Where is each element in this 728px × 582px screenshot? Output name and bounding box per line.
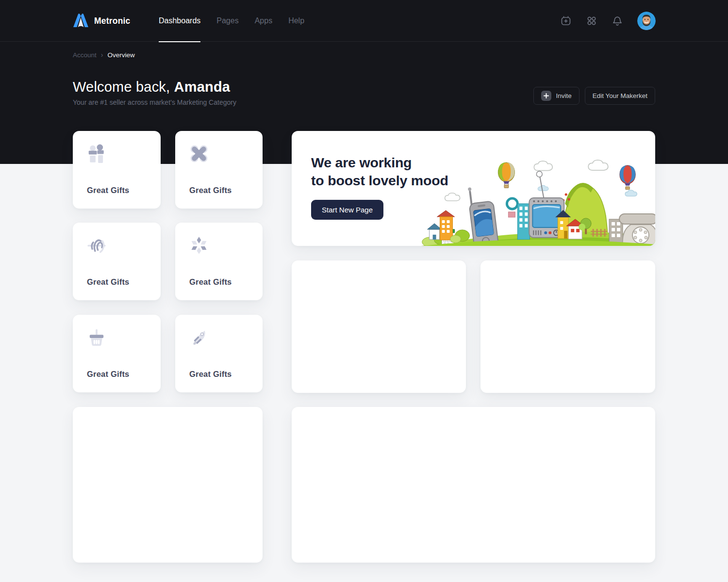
- chevron-right-icon: ›: [101, 51, 103, 59]
- invite-label: Invite: [556, 92, 571, 99]
- edit-market-button[interactable]: Edit Your Makerket: [585, 87, 655, 105]
- hero-title-line1: We are working: [311, 154, 448, 172]
- brand-name: Metronic: [94, 16, 131, 26]
- notifications-bell-icon[interactable]: [612, 15, 623, 27]
- empty-panel: [292, 260, 466, 393]
- gift-card[interactable]: Great Gifts: [73, 315, 161, 392]
- nav-item-dashboards[interactable]: Dashboards: [159, 0, 200, 42]
- user-avatar[interactable]: [637, 12, 656, 30]
- edit-market-label: Edit Your Makerket: [593, 92, 647, 99]
- gift-card[interactable]: Great Gifts: [73, 131, 161, 209]
- navbar-actions: [560, 0, 656, 42]
- hero-banner: We are working to boost lovely mood Star…: [292, 131, 655, 246]
- gift-card[interactable]: Great Gifts: [175, 131, 263, 209]
- gift-card-label: Great Gifts: [87, 186, 129, 195]
- basket-icon: [86, 327, 107, 348]
- apps-grid-icon[interactable]: [586, 15, 597, 27]
- dashboard-page: Metronic Dashboards Pages Apps Help: [0, 0, 728, 582]
- empty-panel: [480, 260, 655, 393]
- breadcrumb-account[interactable]: Account: [73, 51, 97, 59]
- gift-card[interactable]: Great Gifts: [175, 223, 263, 300]
- empty-panel: [73, 407, 263, 563]
- gift-card-label: Great Gifts: [189, 186, 232, 195]
- hero-title-line2: to boost lovely mood: [311, 172, 448, 190]
- invite-button[interactable]: Invite: [533, 87, 579, 105]
- header-actions: Invite Edit Your Makerket: [533, 87, 655, 105]
- hero-title: We are working to boost lovely mood: [311, 154, 448, 190]
- gift-card[interactable]: Great Gifts: [73, 223, 161, 300]
- plus-icon: [541, 91, 551, 101]
- rocket-icon: [189, 327, 209, 348]
- page-title: Welcome back, Amanda: [73, 79, 230, 95]
- drone-icon: [189, 144, 209, 164]
- gift-card-label: Great Gifts: [87, 277, 129, 287]
- greeting-prefix: Welcome back,: [73, 79, 174, 95]
- top-navbar: Metronic Dashboards Pages Apps Help: [0, 0, 728, 42]
- breadcrumb: Account › Overview: [73, 51, 135, 59]
- main-nav: Dashboards Pages Apps Help: [159, 0, 304, 42]
- user-name: Amanda: [174, 79, 231, 95]
- breadcrumb-overview: Overview: [107, 51, 134, 59]
- snowflake-icon: [189, 235, 209, 256]
- gift-card-label: Great Gifts: [189, 277, 232, 287]
- nav-item-apps[interactable]: Apps: [255, 0, 272, 42]
- gift-card-label: Great Gifts: [189, 370, 232, 379]
- start-new-page-button[interactable]: Start New Page: [311, 200, 383, 220]
- nav-item-help[interactable]: Help: [288, 0, 304, 42]
- brand[interactable]: Metronic: [73, 0, 131, 42]
- fingerprint-icon: [86, 235, 107, 256]
- empty-panel: [292, 407, 655, 563]
- nav-item-pages[interactable]: Pages: [216, 0, 238, 42]
- gift-card[interactable]: Great Gifts: [175, 315, 263, 392]
- page-subtitle: Your are #1 seller across market’s Marke…: [73, 98, 236, 106]
- metronic-logo-icon: [73, 13, 89, 29]
- gift-card-label: Great Gifts: [87, 370, 129, 379]
- gift-icon: [86, 144, 107, 164]
- add-square-icon[interactable]: [560, 15, 572, 27]
